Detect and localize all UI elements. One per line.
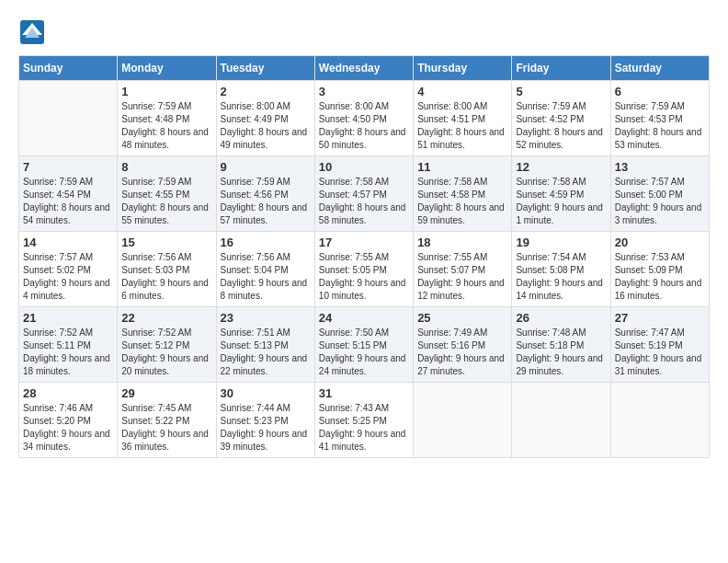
weekday-header-thursday: Thursday bbox=[414, 56, 512, 81]
calendar-cell: 15Sunrise: 7:56 AMSunset: 5:03 PMDayligh… bbox=[118, 232, 216, 307]
day-info: Sunrise: 7:58 AMSunset: 4:59 PMDaylight:… bbox=[516, 176, 606, 227]
day-number: 1 bbox=[121, 85, 211, 98]
day-number: 30 bbox=[221, 386, 311, 400]
calendar-cell: 11Sunrise: 7:58 AMSunset: 4:58 PMDayligh… bbox=[414, 156, 512, 232]
day-info: Sunrise: 7:59 AMSunset: 4:55 PMDaylight:… bbox=[121, 176, 211, 227]
day-info: Sunrise: 7:52 AMSunset: 5:11 PMDaylight:… bbox=[23, 327, 113, 378]
day-number: 31 bbox=[319, 386, 409, 400]
calendar-cell: 12Sunrise: 7:58 AMSunset: 4:59 PMDayligh… bbox=[512, 156, 610, 232]
weekday-header-friday: Friday bbox=[512, 56, 610, 81]
day-info: Sunrise: 7:59 AMSunset: 4:56 PMDaylight:… bbox=[221, 176, 311, 227]
calendar-week-2: 7Sunrise: 7:59 AMSunset: 4:54 PMDaylight… bbox=[19, 156, 710, 232]
day-info: Sunrise: 7:47 AMSunset: 5:19 PMDaylight:… bbox=[615, 327, 705, 378]
day-info: Sunrise: 7:57 AMSunset: 5:00 PMDaylight:… bbox=[615, 176, 705, 227]
logo-icon bbox=[18, 18, 46, 46]
day-info: Sunrise: 7:52 AMSunset: 5:12 PMDaylight:… bbox=[121, 327, 211, 378]
calendar-header-row: SundayMondayTuesdayWednesdayThursdayFrid… bbox=[19, 56, 710, 81]
calendar-cell: 24Sunrise: 7:50 AMSunset: 5:15 PMDayligh… bbox=[314, 307, 413, 383]
day-number: 25 bbox=[417, 311, 507, 325]
day-number: 9 bbox=[221, 160, 311, 174]
calendar-cell: 19Sunrise: 7:54 AMSunset: 5:08 PMDayligh… bbox=[512, 232, 610, 307]
day-number: 14 bbox=[23, 236, 113, 249]
calendar-cell bbox=[512, 383, 610, 458]
calendar-cell: 6Sunrise: 7:59 AMSunset: 4:53 PMDaylight… bbox=[610, 81, 709, 156]
day-info: Sunrise: 7:58 AMSunset: 4:57 PMDaylight:… bbox=[319, 176, 409, 227]
day-number: 12 bbox=[516, 160, 606, 174]
calendar-week-3: 14Sunrise: 7:57 AMSunset: 5:02 PMDayligh… bbox=[19, 232, 710, 307]
calendar-cell: 16Sunrise: 7:56 AMSunset: 5:04 PMDayligh… bbox=[216, 232, 314, 307]
day-number: 3 bbox=[319, 85, 409, 98]
calendar-cell: 28Sunrise: 7:46 AMSunset: 5:20 PMDayligh… bbox=[19, 383, 118, 458]
calendar-cell: 14Sunrise: 7:57 AMSunset: 5:02 PMDayligh… bbox=[19, 232, 118, 307]
day-info: Sunrise: 7:56 AMSunset: 5:03 PMDaylight:… bbox=[121, 251, 211, 303]
calendar-cell: 9Sunrise: 7:59 AMSunset: 4:56 PMDaylight… bbox=[216, 156, 314, 232]
day-info: Sunrise: 7:57 AMSunset: 5:02 PMDaylight:… bbox=[23, 251, 113, 303]
day-info: Sunrise: 8:00 AMSunset: 4:49 PMDaylight:… bbox=[221, 100, 311, 152]
day-number: 20 bbox=[615, 236, 705, 249]
day-number: 29 bbox=[121, 386, 211, 400]
calendar-cell: 27Sunrise: 7:47 AMSunset: 5:19 PMDayligh… bbox=[610, 307, 709, 383]
day-info: Sunrise: 7:59 AMSunset: 4:54 PMDaylight:… bbox=[23, 176, 113, 227]
weekday-header-sunday: Sunday bbox=[19, 56, 118, 81]
weekday-header-tuesday: Tuesday bbox=[216, 56, 314, 81]
day-number: 28 bbox=[23, 386, 113, 400]
calendar-cell: 8Sunrise: 7:59 AMSunset: 4:55 PMDaylight… bbox=[118, 156, 216, 232]
day-info: Sunrise: 7:55 AMSunset: 5:05 PMDaylight:… bbox=[319, 251, 409, 303]
day-info: Sunrise: 7:58 AMSunset: 4:58 PMDaylight:… bbox=[417, 176, 507, 227]
day-number: 11 bbox=[417, 160, 507, 174]
day-info: Sunrise: 7:59 AMSunset: 4:52 PMDaylight:… bbox=[516, 100, 606, 152]
weekday-header-wednesday: Wednesday bbox=[314, 56, 413, 81]
calendar-cell: 31Sunrise: 7:43 AMSunset: 5:25 PMDayligh… bbox=[314, 383, 413, 458]
weekday-header-monday: Monday bbox=[118, 56, 216, 81]
calendar-cell: 10Sunrise: 7:58 AMSunset: 4:57 PMDayligh… bbox=[314, 156, 413, 232]
calendar-cell: 1Sunrise: 7:59 AMSunset: 4:48 PMDaylight… bbox=[118, 81, 216, 156]
day-number: 6 bbox=[615, 85, 705, 98]
logo bbox=[18, 18, 50, 46]
calendar-cell: 20Sunrise: 7:53 AMSunset: 5:09 PMDayligh… bbox=[610, 232, 709, 307]
calendar-cell: 17Sunrise: 7:55 AMSunset: 5:05 PMDayligh… bbox=[314, 232, 413, 307]
calendar-cell: 26Sunrise: 7:48 AMSunset: 5:18 PMDayligh… bbox=[512, 307, 610, 383]
calendar-cell: 18Sunrise: 7:55 AMSunset: 5:07 PMDayligh… bbox=[414, 232, 512, 307]
calendar-cell: 22Sunrise: 7:52 AMSunset: 5:12 PMDayligh… bbox=[118, 307, 216, 383]
calendar-cell: 7Sunrise: 7:59 AMSunset: 4:54 PMDaylight… bbox=[19, 156, 118, 232]
day-info: Sunrise: 7:48 AMSunset: 5:18 PMDaylight:… bbox=[516, 327, 606, 378]
day-number: 4 bbox=[417, 85, 507, 98]
day-number: 17 bbox=[319, 236, 409, 249]
calendar-cell: 29Sunrise: 7:45 AMSunset: 5:22 PMDayligh… bbox=[118, 383, 216, 458]
day-info: Sunrise: 8:00 AMSunset: 4:51 PMDaylight:… bbox=[417, 100, 507, 152]
day-number: 16 bbox=[221, 236, 311, 249]
day-number: 2 bbox=[221, 85, 311, 98]
calendar-cell bbox=[414, 383, 512, 458]
calendar-cell: 13Sunrise: 7:57 AMSunset: 5:00 PMDayligh… bbox=[610, 156, 709, 232]
calendar-cell bbox=[19, 81, 118, 156]
day-info: Sunrise: 7:50 AMSunset: 5:15 PMDaylight:… bbox=[319, 327, 409, 378]
day-number: 18 bbox=[417, 236, 507, 249]
calendar-week-1: 1Sunrise: 7:59 AMSunset: 4:48 PMDaylight… bbox=[19, 81, 710, 156]
day-number: 21 bbox=[23, 311, 113, 325]
day-number: 7 bbox=[23, 160, 113, 174]
day-number: 22 bbox=[121, 311, 211, 325]
day-number: 8 bbox=[121, 160, 211, 174]
day-number: 15 bbox=[121, 236, 211, 249]
day-number: 19 bbox=[516, 236, 606, 249]
calendar-cell: 25Sunrise: 7:49 AMSunset: 5:16 PMDayligh… bbox=[414, 307, 512, 383]
calendar-cell: 4Sunrise: 8:00 AMSunset: 4:51 PMDaylight… bbox=[414, 81, 512, 156]
calendar-cell: 30Sunrise: 7:44 AMSunset: 5:23 PMDayligh… bbox=[216, 383, 314, 458]
day-info: Sunrise: 7:44 AMSunset: 5:23 PMDaylight:… bbox=[221, 402, 311, 454]
calendar-week-4: 21Sunrise: 7:52 AMSunset: 5:11 PMDayligh… bbox=[19, 307, 710, 383]
day-number: 10 bbox=[319, 160, 409, 174]
weekday-header-saturday: Saturday bbox=[610, 56, 709, 81]
day-number: 27 bbox=[615, 311, 705, 325]
calendar-cell: 23Sunrise: 7:51 AMSunset: 5:13 PMDayligh… bbox=[216, 307, 314, 383]
calendar-table: SundayMondayTuesdayWednesdayThursdayFrid… bbox=[18, 55, 710, 458]
day-info: Sunrise: 8:00 AMSunset: 4:50 PMDaylight:… bbox=[319, 100, 409, 152]
page-header bbox=[18, 18, 710, 46]
day-info: Sunrise: 7:46 AMSunset: 5:20 PMDaylight:… bbox=[23, 402, 113, 454]
day-number: 23 bbox=[221, 311, 311, 325]
calendar-cell bbox=[610, 383, 709, 458]
day-info: Sunrise: 7:56 AMSunset: 5:04 PMDaylight:… bbox=[221, 251, 311, 303]
calendar-cell: 3Sunrise: 8:00 AMSunset: 4:50 PMDaylight… bbox=[314, 81, 413, 156]
day-info: Sunrise: 7:45 AMSunset: 5:22 PMDaylight:… bbox=[121, 402, 211, 454]
day-number: 26 bbox=[516, 311, 606, 325]
day-info: Sunrise: 7:43 AMSunset: 5:25 PMDaylight:… bbox=[319, 402, 409, 454]
